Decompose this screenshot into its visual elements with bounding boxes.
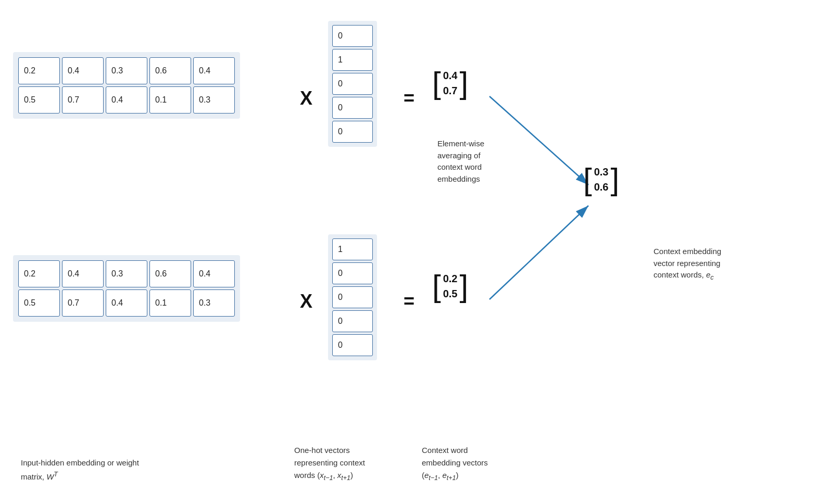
matrix-top-r1c3: 0.1 bbox=[149, 86, 191, 114]
matrix-top-grid: 0.2 0.4 0.3 0.6 0.4 0.5 0.7 0.4 0.1 0.3 bbox=[13, 52, 240, 119]
matrix-bottom-r1c1: 0.7 bbox=[62, 289, 104, 317]
equals-top: = bbox=[404, 87, 414, 109]
onehot-top-3: 0 bbox=[332, 97, 373, 119]
onehot-bottom-0: 1 bbox=[332, 238, 373, 260]
matrix-top-r1c0: 0.5 bbox=[18, 86, 60, 114]
matrix-bottom: 0.2 0.4 0.3 0.6 0.4 0.5 0.7 0.4 0.1 0.3 bbox=[13, 255, 240, 322]
onehot-top-1: 1 bbox=[332, 49, 373, 71]
result-top-val1: 0.7 bbox=[443, 85, 458, 97]
onehot-bottom: 1 0 0 0 0 bbox=[328, 234, 377, 360]
matrix-top-r0c3: 0.6 bbox=[149, 57, 191, 84]
result-bottom: [ 0.2 0.5 ] bbox=[432, 271, 468, 302]
caption-onehot: One-hot vectorsrepresenting contextwords… bbox=[294, 444, 440, 483]
result-bottom-bracket: [ 0.2 0.5 ] bbox=[432, 271, 468, 302]
matrix-bottom-r0c4: 0.4 bbox=[193, 260, 235, 287]
matrix-bottom-r1c2: 0.4 bbox=[106, 289, 147, 317]
caption-embedding-vectors: Context wordembedding vectors(et−1, et+1… bbox=[422, 444, 568, 483]
result-top-val0: 0.4 bbox=[443, 70, 458, 82]
matrix-bottom-r0c3: 0.6 bbox=[149, 260, 191, 287]
onehot-bottom-4: 0 bbox=[332, 334, 373, 356]
onehot-bottom-1: 0 bbox=[332, 262, 373, 284]
result-final-val0: 0.3 bbox=[594, 166, 609, 178]
matrix-top-r1c1: 0.7 bbox=[62, 86, 104, 114]
matrix-top-r1c2: 0.4 bbox=[106, 86, 147, 114]
matrix-top-r0c4: 0.4 bbox=[193, 57, 235, 84]
result-final-bracket: [ 0.3 0.6 ] bbox=[583, 164, 619, 195]
matrix-top-r0c0: 0.2 bbox=[18, 57, 60, 84]
bracket-left-bottom: [ bbox=[432, 271, 441, 302]
onehot-bottom-2: 0 bbox=[332, 286, 373, 308]
matrix-bottom-r1c3: 0.1 bbox=[149, 289, 191, 317]
matrix-top-r0c2: 0.3 bbox=[106, 57, 147, 84]
result-top: [ 0.4 0.7 ] bbox=[432, 68, 468, 99]
result-final-val1: 0.6 bbox=[594, 181, 609, 193]
matrix-bottom-r0c0: 0.2 bbox=[18, 260, 60, 287]
matrix-bottom-r1c4: 0.3 bbox=[193, 289, 235, 317]
onehot-top-0: 0 bbox=[332, 25, 373, 47]
multiply-top: X bbox=[300, 87, 312, 109]
svg-line-1 bbox=[489, 96, 588, 185]
matrix-top: 0.2 0.4 0.3 0.6 0.4 0.5 0.7 0.4 0.1 0.3 bbox=[13, 52, 240, 119]
svg-line-2 bbox=[489, 206, 588, 299]
main-container: 0.2 0.4 0.3 0.6 0.4 0.5 0.7 0.4 0.1 0.3 … bbox=[0, 0, 829, 504]
onehot-top: 0 1 0 0 0 bbox=[328, 21, 377, 147]
onehot-top-2: 0 bbox=[332, 73, 373, 95]
bracket-left-final: [ bbox=[583, 164, 592, 195]
bracket-left-top: [ bbox=[432, 68, 441, 99]
result-final-values: 0.3 0.6 bbox=[594, 166, 609, 193]
annotation-context-embedding: Context embeddingvector representingcont… bbox=[654, 246, 721, 283]
matrix-bottom-grid: 0.2 0.4 0.3 0.6 0.4 0.5 0.7 0.4 0.1 0.3 bbox=[13, 255, 240, 322]
onehot-top-4: 0 bbox=[332, 121, 373, 143]
matrix-bottom-r0c2: 0.3 bbox=[106, 260, 147, 287]
bracket-right-top: ] bbox=[459, 68, 468, 99]
result-bottom-val0: 0.2 bbox=[443, 273, 458, 285]
multiply-bottom: X bbox=[300, 291, 312, 312]
bracket-right-final: ] bbox=[610, 164, 619, 195]
onehot-bottom-3: 0 bbox=[332, 310, 373, 332]
result-bottom-values: 0.2 0.5 bbox=[443, 273, 458, 300]
annotation-averaging: Element-wise averaging of context word e… bbox=[437, 138, 484, 185]
caption-matrix: Input-hidden embedding or weightmatrix, … bbox=[21, 457, 187, 483]
bracket-right-bottom: ] bbox=[459, 271, 468, 302]
matrix-top-r1c4: 0.3 bbox=[193, 86, 235, 114]
result-top-bracket: [ 0.4 0.7 ] bbox=[432, 68, 468, 99]
result-top-values: 0.4 0.7 bbox=[443, 70, 458, 97]
matrix-bottom-r1c0: 0.5 bbox=[18, 289, 60, 317]
result-bottom-val1: 0.5 bbox=[443, 288, 458, 300]
equals-bottom: = bbox=[404, 291, 414, 312]
matrix-top-r0c1: 0.4 bbox=[62, 57, 104, 84]
result-final: [ 0.3 0.6 ] bbox=[583, 164, 619, 195]
matrix-bottom-r0c1: 0.4 bbox=[62, 260, 104, 287]
